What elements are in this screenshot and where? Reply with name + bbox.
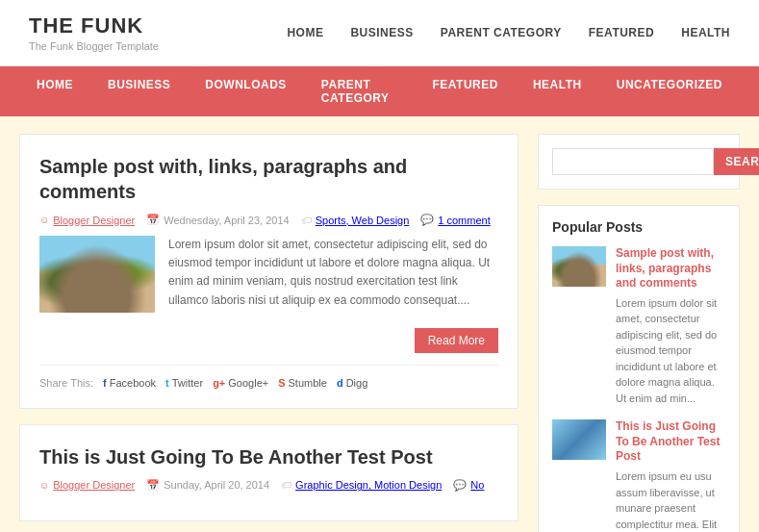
post-card-2: This is Just Going To Be Another Test Po…: [19, 424, 519, 521]
post-thumbnail-1: [39, 236, 155, 313]
sidebar: SEARCH Popular Posts Sample post with, l…: [538, 134, 740, 532]
popular-post-excerpt-1: Lorem ipsum dolor sit amet, consectetur …: [616, 295, 725, 407]
post-comments-2: 💬 No: [453, 479, 484, 492]
author-link-1[interactable]: Blogger Designer: [53, 215, 135, 226]
category-link-2[interactable]: Graphic Design, Motion Design: [295, 479, 442, 491]
popular-post-excerpt-2: Lorem ipsum eu usu assum liberavisse, ut…: [616, 469, 725, 532]
post-date-1: 📅 Wednesday, April 23, 2014: [146, 214, 289, 226]
share-twitter[interactable]: t Twitter: [165, 377, 203, 389]
popular-post-title-2[interactable]: This is Just Going To Be Another Test Po…: [616, 419, 725, 465]
popular-post-title-1[interactable]: Sample post with, links, paragraphs and …: [616, 246, 725, 291]
comment-icon: 💬: [420, 214, 434, 226]
author-link-2[interactable]: Blogger Designer: [53, 479, 135, 491]
facebook-icon: f: [103, 377, 107, 389]
top-nav-home[interactable]: HOME: [287, 26, 323, 39]
nav-health[interactable]: HEALTH: [516, 66, 599, 116]
popular-text-1: Sample post with, links, paragraphs and …: [616, 246, 725, 406]
calendar-icon: 📅: [146, 214, 160, 226]
tag-icon: 🏷: [301, 215, 312, 226]
nav-business[interactable]: BUSINESS: [90, 66, 188, 116]
comments-link-1[interactable]: 1 comment: [438, 215, 490, 226]
nav-uncategorized[interactable]: UNCATEGORIZED: [599, 66, 740, 116]
site-header: THE FUNK The Funk Blogger Template HOME …: [0, 0, 759, 66]
search-button[interactable]: SEARCH: [714, 148, 759, 175]
nav-parent-category[interactable]: PARENT CATEGORY: [304, 66, 416, 116]
post-comments-1: 💬 1 comment: [420, 214, 490, 226]
nav-home[interactable]: HOME: [19, 66, 90, 116]
post-author-1: ☺ Blogger Designer: [39, 215, 135, 226]
share-bar-1: Share This: f Facebook t Twitter g+ Goog…: [39, 365, 498, 389]
post-card-1: Sample post with, links, paragraphs and …: [19, 134, 519, 409]
googleplus-icon: g+: [213, 377, 225, 389]
share-label: Share This:: [39, 377, 93, 389]
popular-post-1: Sample post with, links, paragraphs and …: [552, 246, 725, 406]
post-title-1: Sample post with, links, paragraphs and …: [39, 154, 498, 204]
nav-downloads[interactable]: DOWNLOADS: [188, 66, 304, 116]
top-nav-health[interactable]: HEALTH: [681, 26, 730, 39]
search-widget: SEARCH: [538, 134, 740, 190]
popular-thumb-2: [552, 419, 606, 460]
post-meta-1: ☺ Blogger Designer 📅 Wednesday, April 23…: [39, 214, 498, 226]
category-link-1[interactable]: Sports, Web Design: [316, 215, 410, 226]
post-categories-1: 🏷 Sports, Web Design: [301, 215, 410, 226]
search-input[interactable]: [552, 148, 714, 175]
popular-posts-title: Popular Posts: [552, 219, 725, 235]
tag-icon-2: 🏷: [281, 479, 291, 491]
comments-link-2[interactable]: No: [470, 479, 484, 491]
site-title: THE FUNK: [29, 13, 159, 38]
thumbnail-image-1: [39, 236, 155, 313]
user-icon: ☺: [39, 215, 49, 225]
popular-text-2: This is Just Going To Be Another Test Po…: [616, 419, 725, 532]
comment-icon-2: 💬: [453, 479, 467, 492]
read-more-button-1[interactable]: Read More: [415, 328, 498, 353]
popular-thumb-img-2: [552, 419, 606, 460]
page-container: Sample post with, links, paragraphs and …: [0, 116, 759, 532]
nav-featured[interactable]: FEATURED: [415, 66, 515, 116]
popular-thumb-img-1: [552, 246, 606, 287]
top-navigation: HOME BUSINESS PARENT CATEGORY FEATURED H…: [287, 26, 730, 39]
share-googleplus[interactable]: g+ Google+: [213, 377, 268, 389]
main-navigation: HOME BUSINESS DOWNLOADS PARENT CATEGORY …: [0, 66, 759, 116]
post-title-2: This is Just Going To Be Another Test Po…: [39, 444, 498, 469]
post-excerpt-1: Lorem ipsum dolor sit amet, consectetur …: [168, 236, 498, 353]
twitter-icon: t: [165, 377, 169, 389]
digg-icon: d: [337, 377, 343, 389]
popular-post-2: This is Just Going To Be Another Test Po…: [552, 419, 725, 532]
stumble-icon: S: [278, 377, 285, 389]
site-tagline: The Funk Blogger Template: [29, 40, 159, 52]
top-nav-parent-category[interactable]: PARENT CATEGORY: [441, 26, 562, 39]
top-nav-business[interactable]: BUSINESS: [350, 26, 413, 39]
share-facebook[interactable]: f Facebook: [103, 377, 156, 389]
post-meta-2: ☺ Blogger Designer 📅 Sunday, April 20, 2…: [39, 479, 498, 492]
post-author-2: ☺ Blogger Designer: [39, 479, 135, 491]
popular-posts-widget: Popular Posts Sample post with, links, p…: [538, 205, 740, 532]
post-categories-2: 🏷 Graphic Design, Motion Design: [281, 479, 442, 491]
share-stumble[interactable]: S Stumble: [278, 377, 327, 389]
site-branding: THE FUNK The Funk Blogger Template: [29, 13, 159, 52]
top-nav-featured[interactable]: FEATURED: [589, 26, 654, 39]
popular-thumb-1: [552, 246, 606, 287]
post-body-1: Lorem ipsum dolor sit amet, consectetur …: [39, 236, 498, 353]
share-digg[interactable]: d Digg: [337, 377, 367, 389]
user-icon-2: ☺: [39, 480, 49, 491]
main-content: Sample post with, links, paragraphs and …: [19, 134, 519, 532]
post-date-2: 📅 Sunday, April 20, 2014: [146, 479, 269, 492]
calendar-icon-2: 📅: [146, 479, 160, 492]
